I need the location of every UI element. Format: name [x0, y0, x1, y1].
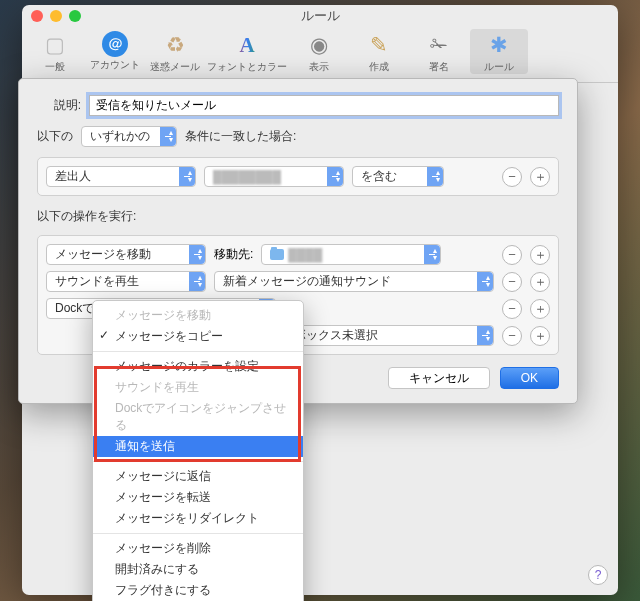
add-action-button[interactable]: ＋	[530, 245, 550, 265]
folder-icon	[270, 249, 284, 260]
tab-viewing[interactable]: ◉ 表示	[290, 29, 348, 74]
condition-any-popup[interactable]: いずれかの▴▾	[81, 126, 177, 147]
menu-item-sound: サウンドを再生	[93, 377, 303, 398]
conditions-group: 差出人▴▾ ████████▴▾ を含む▴▾ − ＋	[37, 157, 559, 196]
menu-separator	[93, 533, 303, 534]
tab-label: フォントとカラー	[207, 60, 287, 74]
toolbar: ▢ 一般 ＠ アカウント ♻ 迷惑メール A フォントとカラー ◉ 表示 ✎ 作…	[22, 27, 618, 83]
menu-item-redirect[interactable]: メッセージをリダイレクト	[93, 508, 303, 529]
description-input[interactable]	[89, 95, 559, 116]
action-type-popup[interactable]: サウンドを再生▴▾	[46, 271, 206, 292]
tab-label: 表示	[309, 60, 329, 74]
menu-item-flag[interactable]: フラグ付きにする	[93, 580, 303, 601]
tab-label: ルール	[484, 60, 514, 74]
remove-action-button[interactable]: −	[502, 245, 522, 265]
menu-item-reply[interactable]: メッセージに返信	[93, 466, 303, 487]
condition-field-popup[interactable]: 差出人▴▾	[46, 166, 196, 187]
menu-item-move: メッセージを移動	[93, 305, 303, 326]
menu-separator	[93, 461, 303, 462]
menu-separator	[93, 351, 303, 352]
tab-accounts[interactable]: ＠ アカウント	[86, 29, 144, 72]
composing-icon: ✎	[364, 31, 394, 59]
remove-action-button[interactable]: −	[502, 272, 522, 292]
add-action-button[interactable]: ＋	[530, 272, 550, 292]
junk-icon: ♻	[160, 31, 190, 59]
tab-composing[interactable]: ✎ 作成	[350, 29, 408, 74]
tab-junk[interactable]: ♻ 迷惑メール	[146, 29, 204, 74]
rules-icon: ✱	[484, 31, 514, 59]
tab-label: 迷惑メール	[150, 60, 200, 74]
add-action-button[interactable]: ＋	[530, 299, 550, 319]
menu-item-notify[interactable]: 通知を送信	[93, 436, 303, 457]
ok-button[interactable]: OK	[500, 367, 559, 389]
at-icon: ＠	[102, 31, 128, 57]
titlebar: ルール	[22, 5, 618, 27]
condition-prefix: 以下の	[37, 128, 73, 145]
sound-popup[interactable]: 新着メッセージの通知サウンド▴▾	[214, 271, 494, 292]
condition-suffix: 条件に一致した場合:	[185, 128, 296, 145]
cancel-button[interactable]: キャンセル	[388, 367, 490, 389]
remove-condition-button[interactable]: −	[502, 167, 522, 187]
menu-item-copy[interactable]: メッセージをコピー	[93, 326, 303, 347]
signatures-icon: ✁	[424, 31, 454, 59]
action-type-menu: メッセージを移動 メッセージをコピー メッセージのカラーを設定 サウンドを再生 …	[92, 300, 304, 601]
add-action-button[interactable]: ＋	[530, 326, 550, 346]
tab-general[interactable]: ▢ 一般	[26, 29, 84, 74]
window-title: ルール	[22, 7, 618, 25]
fonts-icon: A	[232, 31, 262, 59]
actions-label: 以下の操作を実行:	[37, 208, 136, 225]
menu-item-delete[interactable]: メッセージを削除	[93, 538, 303, 559]
tab-signatures[interactable]: ✁ 署名	[410, 29, 468, 74]
menu-item-dock: Dockでアイコンをジャンプさせる	[93, 398, 303, 436]
add-condition-button[interactable]: ＋	[530, 167, 550, 187]
menu-item-forward[interactable]: メッセージを転送	[93, 487, 303, 508]
tab-label: アカウント	[90, 58, 140, 72]
tab-label: 一般	[45, 60, 65, 74]
tab-label: 作成	[369, 60, 389, 74]
viewing-icon: ◉	[304, 31, 334, 59]
tab-rules[interactable]: ✱ ルール	[470, 29, 528, 74]
help-button[interactable]: ?	[588, 565, 608, 585]
tab-label: 署名	[429, 60, 449, 74]
move-dest-label: 移動先:	[214, 246, 253, 263]
move-dest-popup[interactable]: ████▴▾	[261, 244, 441, 265]
description-label: 説明:	[37, 97, 81, 114]
tab-fonts[interactable]: A フォントとカラー	[206, 29, 288, 74]
menu-item-markread[interactable]: 開封済みにする	[93, 559, 303, 580]
condition-op-popup[interactable]: を含む▴▾	[352, 166, 444, 187]
menu-item-color[interactable]: メッセージのカラーを設定	[93, 356, 303, 377]
general-icon: ▢	[40, 31, 70, 59]
action-type-popup[interactable]: メッセージを移動▴▾	[46, 244, 206, 265]
condition-value-popup[interactable]: ████████▴▾	[204, 166, 344, 187]
remove-action-button[interactable]: −	[502, 326, 522, 346]
remove-action-button[interactable]: −	[502, 299, 522, 319]
